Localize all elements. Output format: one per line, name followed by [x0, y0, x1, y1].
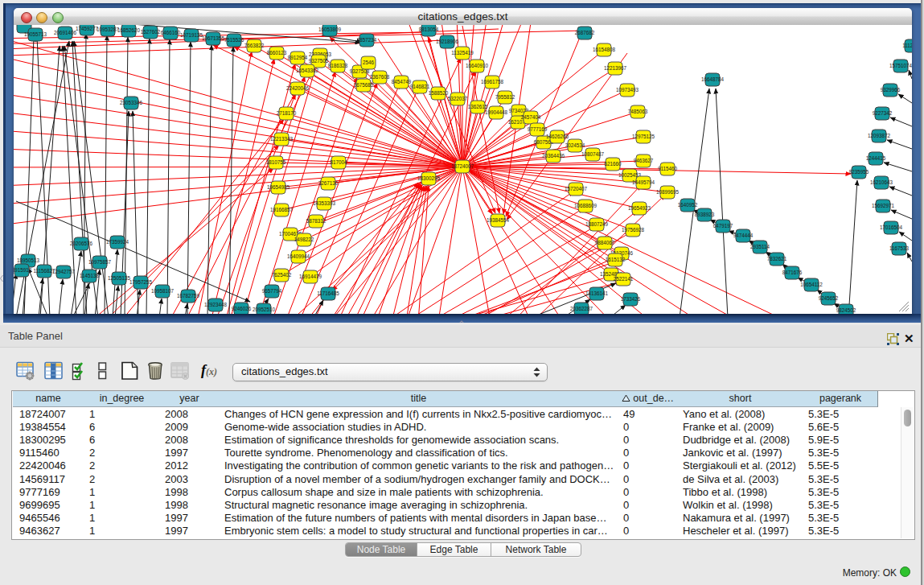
svg-text:8471676: 8471676 [782, 270, 803, 275]
svg-text:20206576: 20206576 [70, 241, 93, 246]
svg-text:22420046: 22420046 [286, 85, 310, 91]
svg-text:10688609: 10688609 [574, 203, 598, 208]
svg-text:817004: 817004 [330, 159, 347, 165]
svg-text:19384554: 19384554 [487, 217, 510, 223]
svg-text:20691406: 20691406 [54, 30, 77, 35]
svg-text:7857234: 7857234 [357, 37, 377, 43]
svg-text:18724007: 18724007 [451, 163, 474, 169]
svg-text:17016504: 17016504 [880, 225, 903, 230]
svg-text:12213967: 12213967 [604, 65, 627, 71]
svg-text:16543362: 16543362 [296, 68, 319, 73]
svg-text:10807487: 10807487 [581, 151, 605, 157]
svg-text:12975125: 12975125 [632, 134, 655, 139]
svg-text:8186328: 8186328 [328, 63, 348, 68]
svg-text:11716485: 11716485 [317, 290, 339, 296]
svg-text:7625402: 7625402 [272, 272, 292, 278]
svg-text:16914479: 16914479 [299, 274, 322, 279]
svg-text:6466160: 6466160 [161, 30, 181, 35]
svg-text:19756928: 19756928 [622, 227, 645, 233]
svg-text:9115460: 9115460 [658, 166, 678, 171]
svg-text:12942757: 12942757 [52, 269, 76, 274]
svg-text:2935114: 2935114 [750, 244, 770, 249]
svg-text:18300295: 18300295 [417, 175, 441, 181]
svg-text:3675685: 3675685 [354, 82, 374, 88]
svg-text:19654985: 19654985 [267, 184, 290, 190]
svg-text:7485063: 7485063 [628, 109, 648, 114]
svg-text:14626266: 14626266 [546, 134, 569, 139]
svg-text:15720407: 15720407 [565, 186, 588, 192]
svg-text:2718170: 2718170 [277, 110, 297, 116]
svg-text:19904448: 19904448 [485, 109, 508, 115]
svg-text:1167533: 1167533 [889, 245, 910, 251]
svg-text:7515526: 7515526 [224, 37, 244, 43]
svg-text:12505135: 12505135 [108, 275, 131, 281]
svg-text:20952510: 20952510 [253, 307, 276, 312]
svg-text:2367608: 2367608 [370, 74, 390, 80]
svg-text:2457404: 2457404 [521, 114, 541, 120]
svg-text:7663822: 7663822 [244, 43, 265, 48]
svg-text:16154808: 16154808 [593, 47, 616, 52]
svg-text:1145138: 1145138 [80, 273, 100, 278]
svg-text:14136141: 14136141 [585, 290, 609, 296]
svg-text:9824502: 9824502 [836, 307, 856, 313]
svg-text:9777169: 9777169 [528, 126, 548, 132]
svg-text:14353393: 14353393 [313, 200, 336, 206]
svg-text:11325419: 11325419 [451, 50, 474, 56]
svg-text:5878312: 5878312 [306, 218, 326, 224]
svg-text:8660123: 8660123 [267, 50, 287, 56]
svg-text:10958107: 10958107 [151, 288, 175, 294]
svg-text:10899695: 10899695 [656, 189, 680, 195]
svg-text:10973493: 10973493 [616, 87, 639, 93]
svg-text:1498222: 1498222 [294, 237, 314, 242]
svg-text:12923448: 12923448 [204, 302, 228, 307]
svg-text:17459277: 17459277 [76, 26, 99, 31]
svg-text:8813054: 8813054 [419, 27, 439, 32]
svg-text:12213343: 12213343 [270, 136, 294, 142]
svg-text:621660: 621660 [604, 161, 622, 167]
svg-text:19166857: 19166857 [270, 207, 294, 212]
svg-text:9146821: 9146821 [410, 84, 430, 89]
svg-text:3267130: 3267130 [318, 180, 339, 186]
svg-text:2546: 2546 [363, 60, 375, 65]
svg-text:6479197: 6479197 [713, 223, 733, 229]
svg-text:9657794: 9657794 [262, 288, 282, 294]
svg-text:1810755: 1810755 [266, 159, 286, 165]
svg-text:2687682: 2687682 [575, 30, 595, 35]
svg-text:20362287: 20362287 [570, 306, 593, 311]
svg-text:10975857: 10975857 [88, 259, 112, 265]
svg-text:8454749: 8454749 [392, 79, 412, 84]
svg-text:1733426: 1733426 [621, 296, 641, 302]
svg-text:10953287: 10953287 [97, 27, 120, 32]
svg-text:8938923: 8938923 [695, 212, 715, 217]
svg-text:14495794: 14495794 [632, 179, 655, 185]
svg-text:19218906: 19218906 [436, 39, 459, 44]
svg-text:16782759: 16782759 [177, 293, 200, 299]
svg-text:1244415: 1244415 [866, 155, 886, 161]
svg-text:15751074: 15751074 [889, 63, 912, 68]
svg-text:23053346: 23053346 [120, 100, 143, 105]
svg-text:12093872: 12093872 [868, 133, 891, 138]
svg-text:18950513: 18950513 [17, 257, 40, 263]
svg-text:7832621: 7832621 [767, 256, 787, 262]
svg-text:16640910: 16640910 [466, 63, 489, 68]
svg-text:16961758: 16961758 [481, 79, 504, 84]
svg-text:10654112: 10654112 [800, 282, 823, 287]
svg-text:3915913: 3915913 [14, 267, 32, 273]
svg-text:8235955: 8235955 [849, 169, 869, 175]
svg-text:16053809: 16053809 [318, 27, 342, 32]
svg-text:9245652: 9245652 [819, 295, 839, 301]
svg-text:2522141: 2522141 [614, 276, 634, 282]
svg-text:19654923: 19654923 [628, 205, 651, 211]
svg-text:15692971: 15692971 [872, 203, 895, 208]
svg-text:1527602: 1527602 [141, 29, 161, 35]
svg-text:1588520: 1588520 [429, 90, 449, 96]
svg-text:9884067: 9884067 [595, 240, 615, 245]
svg-text:17957255: 17957255 [129, 279, 153, 285]
svg-text:7955812: 7955812 [495, 94, 515, 100]
svg-text:10671355: 10671355 [202, 35, 225, 41]
svg-text:9463627: 9463627 [634, 158, 654, 163]
svg-text:19055713: 19055713 [24, 31, 47, 37]
svg-text:16852620: 16852620 [117, 27, 141, 33]
svg-text:16210643: 16210643 [870, 179, 893, 185]
svg-text:10719135: 10719135 [180, 32, 203, 38]
